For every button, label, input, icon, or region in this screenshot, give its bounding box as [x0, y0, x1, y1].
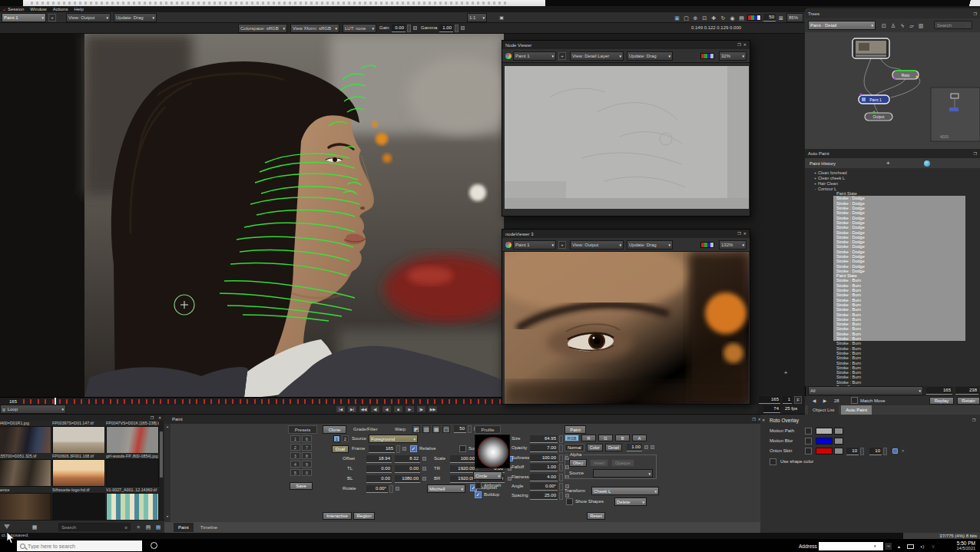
sources-header[interactable]: ❐ ✕ [0, 415, 164, 421]
channel-b-button[interactable]: B [615, 435, 630, 441]
current-frame-field[interactable]: 165 [759, 396, 780, 404]
clone-frame-field[interactable]: 165 [369, 445, 395, 453]
transform-select[interactable]: Cheek L▾ [591, 487, 659, 495]
alpha-opaque-button[interactable]: Opaque [611, 459, 634, 467]
mode-normal-button[interactable]: Normal [564, 444, 584, 451]
reset-button[interactable] [422, 457, 426, 461]
square-tool-icon[interactable]: ▢ [442, 425, 450, 433]
save-preset-button[interactable]: Save [290, 482, 313, 490]
transport-button-4[interactable]: ◀ [382, 405, 392, 413]
snap-icon[interactable]: ⊡ [880, 21, 888, 29]
show-shapes-checkbox[interactable] [566, 498, 573, 505]
reset-button[interactable] [422, 467, 426, 471]
save-icon[interactable]: ▥ [917, 21, 925, 29]
clone-source-2-button[interactable]: 2 [342, 435, 349, 442]
transport-button-2[interactable]: ◀◀ [359, 405, 369, 413]
transport-button-0[interactable]: |◀ [336, 405, 346, 413]
opacity-field[interactable]: 7.00 [530, 445, 558, 452]
onion-skin-checkbox[interactable] [805, 448, 812, 454]
channel-swatch-icon[interactable] [747, 15, 761, 21]
source-item[interactable]: FP0047VS=D01K.[165-238].tif74 - 1920x108… [106, 421, 159, 453]
node-viewer3-panel[interactable]: nodeViewer 3 ❐ ✕ Paint 1▾ + View: Output… [502, 229, 750, 405]
grid-tool-icon[interactable]: ▦ [432, 425, 440, 433]
close-icon[interactable]: ✕ [743, 232, 747, 236]
zoom-select[interactable]: 32%▾ [719, 51, 747, 61]
channel-rgb-button[interactable]: RGB [564, 435, 579, 441]
node-graph-minimap[interactable]: 4000 [931, 88, 980, 141]
history-group[interactable]: +Clean cheek L [813, 175, 980, 180]
tab-profile[interactable]: Profile [475, 425, 501, 434]
viewer-zoom-select[interactable]: 85% [786, 13, 803, 22]
tab-warp[interactable]: Warp [395, 427, 406, 431]
scroll-down-icon[interactable]: ▾ [164, 514, 171, 519]
size-field[interactable]: 64.95 [530, 435, 558, 443]
brush-profile-preview[interactable] [475, 435, 510, 468]
tab-presets[interactable]: Presets [288, 425, 317, 434]
tree-toggle-icon[interactable]: - [813, 187, 818, 191]
frame-f-button[interactable]: F [794, 396, 802, 404]
source-item[interactable]: FP00606.3F001.168.tif1 - 1920x1080 @ 8B [52, 454, 105, 486]
colorspace-select[interactable]: Colorspace: sRGB▾ [238, 24, 287, 33]
filter-icon[interactable] [4, 524, 10, 529]
proxy-res-field[interactable]: 50 [763, 14, 776, 21]
offset-x-field[interactable]: 18.94 [366, 455, 392, 463]
lut-select[interactable]: LUT: none▾ [343, 24, 376, 33]
preset-slot-2[interactable]: 2 [290, 444, 300, 451]
render-icon[interactable]: ϟ [899, 21, 906, 29]
node-viewer-panel[interactable]: Node Viewer ❐ ✕ Paint 1▾ + View: Detail … [502, 40, 750, 217]
source-match-move-checkbox[interactable] [459, 445, 466, 452]
taskbar-search[interactable] [17, 540, 142, 551]
stepper-icon[interactable] [396, 445, 400, 453]
node-select[interactable]: Paint 1▾ [513, 240, 556, 250]
stepper-icon[interactable] [559, 445, 563, 452]
relative-checkbox[interactable]: ✓ [410, 445, 417, 452]
preset-slot-5[interactable]: 5 [290, 469, 300, 476]
tab-clone[interactable]: Clone [323, 425, 346, 434]
sources-search-input[interactable] [58, 523, 131, 531]
preset-slot-7[interactable]: 7 [302, 444, 312, 451]
transport-button-6[interactable]: ▶ [405, 405, 415, 413]
filter-select[interactable]: Mitchell▾ [427, 484, 465, 493]
detail-view-icon[interactable]: ▤ [144, 524, 152, 531]
stepper-icon[interactable] [559, 464, 563, 471]
source-item[interactable]: 3400=D01R1.jpg920x1080 @ 8B [0, 421, 51, 453]
br-x-field[interactable]: 1920.00 [450, 475, 476, 483]
update-mode-select[interactable]: Update: Drag▾ [114, 13, 157, 22]
transport-button-3[interactable]: ◀| [370, 405, 380, 413]
range-out-field[interactable]: 238 [955, 387, 978, 395]
taskbar-clock[interactable]: 5:50 PM 14/5/2021 [942, 540, 975, 552]
stepper-icon[interactable] [860, 448, 864, 455]
history-group[interactable]: +Hair Clean [813, 180, 980, 186]
flatness-field[interactable]: 4.00 [530, 474, 558, 481]
transport-button-5[interactable]: ■ [393, 405, 403, 413]
tree-toggle-icon[interactable]: + [813, 181, 818, 186]
preset-slot-6[interactable]: 6 [302, 435, 312, 442]
columns-icon[interactable]: ▦ [31, 524, 38, 531]
use-shape-color-checkbox[interactable] [770, 458, 776, 465]
go-icon[interactable]: ↪ [885, 543, 892, 550]
stepper-icon[interactable] [559, 474, 563, 481]
add-history-icon[interactable]: + [886, 160, 890, 167]
source-item[interactable]: 155700=D051.325.tif920x1080 @ 8B [0, 454, 51, 486]
transport-button-8[interactable]: ▶▶ [428, 405, 438, 413]
thumbnail-view-icon[interactable]: ▦ [154, 524, 162, 531]
close-icon[interactable]: ✕ [760, 417, 766, 423]
close-icon[interactable]: ✕ [157, 415, 163, 420]
view-mode-select[interactable]: View: Output▾ [570, 240, 624, 250]
reset-button[interactable] [396, 487, 399, 491]
falloff-field[interactable]: 1.00 [530, 464, 558, 471]
list-view-icon[interactable]: ≡ [134, 524, 142, 531]
softness-field[interactable]: 100.00 [530, 454, 558, 462]
view-xform-select[interactable]: View Xform: sRGB▾ [290, 24, 339, 33]
brush-tool-icon[interactable]: ◩ [412, 425, 420, 433]
node-paint[interactable]: Paint 1 [859, 93, 889, 104]
next-key-icon[interactable]: ▶ [822, 398, 828, 404]
clone-source-1-button[interactable]: 1 [333, 435, 340, 442]
update-mode-select[interactable]: Update: Drag▾ [627, 51, 673, 61]
motion-path-alt-swatch[interactable] [834, 428, 843, 435]
loop-mode-select[interactable]: g: Loop▾ [0, 405, 66, 414]
add-viewer-button[interactable]: + [558, 241, 566, 249]
tree-toggle-icon[interactable]: + [813, 170, 818, 175]
reset-button[interactable] [644, 445, 648, 449]
menu-help[interactable]: Help [74, 7, 83, 12]
